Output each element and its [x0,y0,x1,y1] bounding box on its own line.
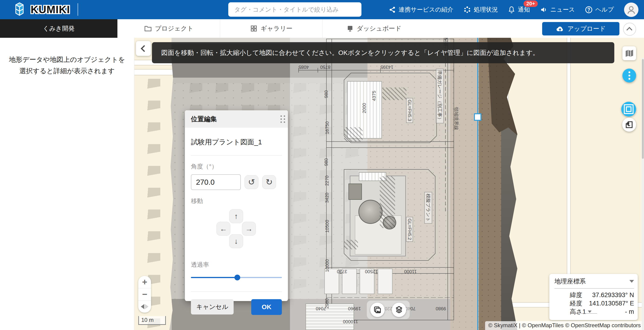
zoom-out-button[interactable] [138,288,151,301]
coordinate-system-label: 地理座標系 [554,277,586,286]
frame-icon [624,104,634,114]
menu-item-services[interactable]: 連携サービスの紹介 [389,5,453,14]
cad-label: 領域境界線 [453,107,459,130]
position-edit-dialog: 位置編集 試験用プラント図面_1 角度（°） 移動 透過率 [185,110,288,301]
layers-icon [395,306,403,314]
collapse-sidebar-button[interactable] [136,41,151,56]
tab-label: ギャラリー [260,24,292,33]
detail-sidebar: 地形データや地図上のオブジェクトを選択すると詳細が表示されます [0,38,134,330]
coordinate-system-select[interactable]: 地理座標系 [554,277,634,286]
triangle-right-icon [145,304,148,309]
cad-label: 3420 [324,193,330,203]
height-select[interactable]: 高さ1 [570,308,592,316]
frame-select-button[interactable] [621,102,636,117]
vertical-scrollbar[interactable] [642,58,644,330]
cad-label: 12500 [365,269,378,274]
move-right-button[interactable] [242,222,256,236]
dialog-actions: キャンセル OK [191,299,282,315]
rotate-ccw-button[interactable] [244,175,258,189]
slider-thumb[interactable] [234,275,240,280]
kebab-icon [628,75,630,76]
layers-button[interactable] [392,303,406,317]
scale-bar: 10 m [138,316,166,325]
tab-label: プロジェクト [155,24,194,33]
pan-toggle-button[interactable] [138,301,151,313]
menu-item-news[interactable]: ニュース [540,5,575,14]
polygon-edit-button[interactable] [622,118,636,132]
cad-label: 8750 [320,64,330,70]
top-menu: 連携サービスの紹介 処理状況 通知 20+ [389,0,638,19]
collapse-header-button[interactable] [623,23,636,36]
map-more-button[interactable] [622,69,636,82]
move-left-button[interactable] [216,222,230,236]
help-icon [585,6,592,13]
brand-name: KUMIKI [30,3,70,16]
sheet-edge-handle[interactable] [474,113,482,121]
chevron-left-icon [140,45,148,52]
basemap-button[interactable] [622,46,636,60]
person-icon [626,4,636,15]
angle-input[interactable] [191,174,241,190]
cad-label: 19960 [348,306,361,311]
cad-label: 3730 [337,269,347,274]
speaker-icon [540,6,548,13]
longitude-value: 141.0130587° E [589,300,634,307]
cad-label: 7040 [316,306,326,311]
angle-row [191,174,282,190]
photos-icon [374,306,382,314]
cad-label: 14395 [380,64,394,70]
scrollbar-thumb[interactable] [642,59,644,159]
zoom-in-button[interactable] [138,276,151,288]
brand-logo[interactable]: KUMIKI [12,2,78,17]
cancel-button[interactable]: キャンセル [191,299,234,315]
upload-button[interactable]: アップロード [542,22,620,35]
notch-square-icon [625,121,633,129]
tab-workspace-active[interactable]: くみき開発 [0,19,118,38]
menu-item-notifications[interactable]: 通知 20+ [508,5,530,14]
sheet-edge-line[interactable] [477,38,478,330]
move-up-button[interactable] [229,209,243,223]
cad-label: GL=FH5.3 [406,98,413,123]
folder-icon [144,25,152,32]
menu-item-processing[interactable]: 処理状況 [464,5,498,14]
cad-label: 10000 [324,259,330,272]
zoom-control [138,276,151,313]
user-avatar[interactable] [624,2,638,17]
cad-label: 模擬プラント [424,192,432,224]
longitude-label: 経度 [570,299,582,308]
dialog-header[interactable]: 位置編集 [185,110,288,128]
menu-label: 連携サービスの紹介 [398,5,453,14]
triangle-left-icon [141,304,144,309]
angle-label: 角度（°） [191,162,282,171]
instruction-toast: 図面を移動・回転・拡大縮小して地図に合わせてください。OKボタンをクリックすると… [152,42,614,63]
cad-label: 980 [324,90,329,98]
search-input[interactable] [228,2,362,17]
map-mode-group [367,301,410,319]
tab-projects[interactable]: プロジェクト [118,19,220,38]
divider [191,292,282,292]
cad-label: 2270 [324,175,330,186]
cad-label: 980 [324,158,329,166]
menu-label: 処理状況 [474,5,498,14]
height-value: - m [625,308,634,316]
move-pad [191,207,282,254]
cad-label: 準備ガレージ（別工事） [436,69,444,123]
sidebar-hint-text: 地形データや地図上のオブジェクトを選択すると詳細が表示されます [6,54,128,77]
rotate-cw-button[interactable] [262,175,276,189]
longitude-row: 経度 141.0130587° E [554,299,634,308]
imagery-button[interactable] [370,303,385,317]
tab-gallery[interactable]: ギャラリー [220,19,323,38]
board-icon [346,25,354,32]
cad-label: 4375 [372,91,377,101]
divider [554,288,634,289]
drag-handle-icon[interactable] [280,115,282,117]
ok-button[interactable]: OK [251,299,282,315]
dialog-title: 位置編集 [191,115,217,123]
map-attribution: © SkymatiX | © OpenMapTiles © OpenStreet… [485,321,644,330]
menu-item-help[interactable]: ヘルプ [585,5,614,14]
bell-icon [508,6,515,13]
tab-dashboard[interactable]: ダッシュボード [322,19,425,38]
move-down-button[interactable] [229,234,243,248]
opacity-slider[interactable] [191,274,282,280]
chevron-down-icon [588,311,592,313]
